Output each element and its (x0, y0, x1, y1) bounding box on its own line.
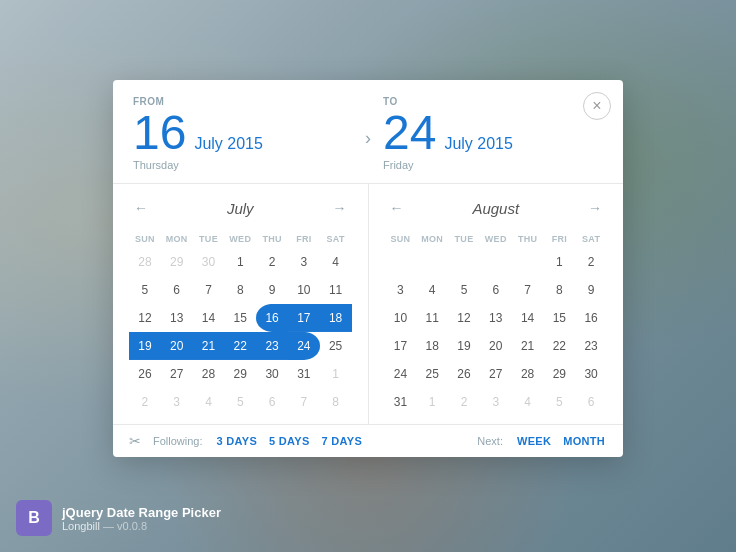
calendar-day[interactable]: 7 (193, 276, 225, 304)
august-next-button[interactable]: → (583, 196, 607, 220)
calendar-day[interactable]: 5 (224, 388, 256, 416)
calendar-day[interactable]: 14 (193, 304, 225, 332)
calendar-day[interactable]: 15 (224, 304, 256, 332)
calendar-day[interactable]: 2 (575, 248, 607, 276)
calendar-day[interactable]: 18 (320, 304, 352, 332)
calendar-day[interactable]: 5 (129, 276, 161, 304)
calendar-day[interactable]: 10 (385, 304, 417, 332)
calendar-day[interactable]: 23 (256, 332, 288, 360)
calendar-day[interactable]: 12 (448, 304, 480, 332)
calendar-day[interactable]: 18 (416, 332, 448, 360)
calendar-day[interactable]: 3 (288, 248, 320, 276)
calendar-day[interactable]: 22 (543, 332, 575, 360)
calendar-day[interactable]: 17 (288, 304, 320, 332)
calendar-day[interactable]: 30 (575, 360, 607, 388)
calendar-day[interactable]: 11 (320, 276, 352, 304)
calendar-day[interactable]: 5 (543, 388, 575, 416)
calendar-day[interactable]: 8 (543, 276, 575, 304)
calendar-day[interactable]: 2 (448, 388, 480, 416)
calendar-day[interactable]: 17 (385, 332, 417, 360)
calendar-day[interactable]: 25 (416, 360, 448, 388)
calendar-day[interactable]: 3 (385, 276, 417, 304)
calendar-day[interactable]: 5 (448, 276, 480, 304)
calendar-day[interactable]: 23 (575, 332, 607, 360)
3days-button[interactable]: 3 DAYS (215, 435, 260, 447)
calendar-day[interactable]: 2 (256, 248, 288, 276)
calendar-day[interactable]: 29 (224, 360, 256, 388)
calendar-day[interactable]: 4 (320, 248, 352, 276)
calendar-day[interactable]: 26 (448, 360, 480, 388)
calendar-day[interactable]: 3 (480, 388, 512, 416)
calendar-day[interactable]: 21 (512, 332, 544, 360)
day-header: WED (224, 232, 256, 248)
calendar-day[interactable]: 29 (543, 360, 575, 388)
calendar-day[interactable]: 12 (129, 304, 161, 332)
calendar-day[interactable]: 31 (385, 388, 417, 416)
week-button[interactable]: WEEK (515, 435, 553, 447)
calendar-day[interactable]: 1 (224, 248, 256, 276)
calendar-day[interactable]: 3 (161, 388, 193, 416)
calendar-day[interactable] (480, 248, 512, 276)
calendar-day[interactable]: 9 (575, 276, 607, 304)
calendar-day[interactable] (448, 248, 480, 276)
calendar-day[interactable]: 10 (288, 276, 320, 304)
calendar-day[interactable]: 14 (512, 304, 544, 332)
close-button[interactable]: × (583, 92, 611, 120)
calendar-day[interactable]: 8 (320, 388, 352, 416)
calendar-day[interactable]: 6 (480, 276, 512, 304)
calendar-day[interactable]: 11 (416, 304, 448, 332)
calendar-day[interactable]: 15 (543, 304, 575, 332)
month-button[interactable]: MONTH (561, 435, 607, 447)
calendar-day[interactable]: 1 (320, 360, 352, 388)
to-day-name: Friday (383, 159, 603, 171)
day-header: WED (480, 232, 512, 248)
calendar-day[interactable]: 6 (161, 276, 193, 304)
calendar-day[interactable]: 7 (288, 388, 320, 416)
calendar-day[interactable]: 31 (288, 360, 320, 388)
calendar-day[interactable]: 27 (480, 360, 512, 388)
calendar-day[interactable]: 13 (480, 304, 512, 332)
calendar-day[interactable]: 24 (385, 360, 417, 388)
calendar-day[interactable]: 9 (256, 276, 288, 304)
calendar-day[interactable]: 19 (448, 332, 480, 360)
calendar-day[interactable]: 30 (256, 360, 288, 388)
calendar-day[interactable]: 24 (288, 332, 320, 360)
calendar-day[interactable]: 22 (224, 332, 256, 360)
calendar-day[interactable]: 1 (543, 248, 575, 276)
calendar-day[interactable] (385, 248, 417, 276)
calendar-day[interactable]: 25 (320, 332, 352, 360)
calendar-day[interactable]: 30 (193, 248, 225, 276)
7days-button[interactable]: 7 DAYS (320, 435, 365, 447)
calendar-day[interactable]: 4 (512, 388, 544, 416)
july-prev-button[interactable]: ← (129, 196, 153, 220)
calendar-day[interactable]: 27 (161, 360, 193, 388)
calendar-day[interactable]: 6 (256, 388, 288, 416)
calendar-day[interactable]: 4 (416, 276, 448, 304)
calendar-day[interactable]: 21 (193, 332, 225, 360)
calendar-day[interactable]: 28 (512, 360, 544, 388)
july-grid: SUNMONTUEWEDTHUFRISAT 282930123456789101… (129, 232, 352, 416)
calendar-day[interactable]: 1 (416, 388, 448, 416)
calendar-day[interactable]: 16 (575, 304, 607, 332)
calendar-day[interactable]: 20 (480, 332, 512, 360)
calendar-day[interactable]: 16 (256, 304, 288, 332)
calendar-day[interactable]: 2 (129, 388, 161, 416)
calendar-day[interactable]: 13 (161, 304, 193, 332)
calendar-day[interactable] (512, 248, 544, 276)
calendar-day[interactable]: 6 (575, 388, 607, 416)
august-prev-button[interactable]: ← (385, 196, 409, 220)
calendar-day[interactable]: 28 (193, 360, 225, 388)
july-month-label: July (227, 199, 254, 216)
july-next-button[interactable]: → (328, 196, 352, 220)
calendar-day[interactable]: 29 (161, 248, 193, 276)
from-day-name: Thursday (133, 159, 353, 171)
calendar-day[interactable]: 4 (193, 388, 225, 416)
calendar-day[interactable]: 19 (129, 332, 161, 360)
5days-button[interactable]: 5 DAYS (267, 435, 312, 447)
calendar-day[interactable]: 20 (161, 332, 193, 360)
calendar-day[interactable]: 8 (224, 276, 256, 304)
calendar-day[interactable]: 7 (512, 276, 544, 304)
calendar-day[interactable]: 28 (129, 248, 161, 276)
calendar-day[interactable] (416, 248, 448, 276)
calendar-day[interactable]: 26 (129, 360, 161, 388)
